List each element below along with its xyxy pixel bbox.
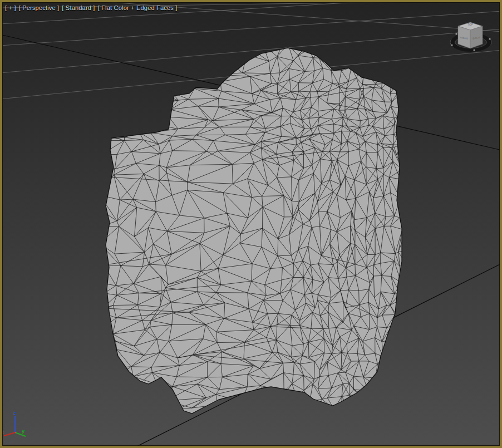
- y-axis-label: y: [22, 429, 24, 434]
- scene-canvas[interactable]: TOP RIGHT BACK z x y: [0, 0, 502, 448]
- viewport-standard-menu[interactable]: [ Standard ]: [62, 4, 95, 12]
- compass-tick-west-icon: [451, 44, 452, 46]
- compass-tick-south-icon: [473, 49, 475, 51]
- viewcube-top-face-label: TOP: [467, 23, 473, 26]
- compass-tick-north-icon: [455, 33, 457, 35]
- viewcube-cube-icon[interactable]: TOP RIGHT BACK: [458, 22, 483, 48]
- compass-tick-east-icon: [489, 38, 490, 40]
- z-axis-label: z: [13, 410, 16, 416]
- perspective-viewport[interactable]: TOP RIGHT BACK z x y [ + ] [ Perspective…: [0, 0, 502, 448]
- viewport-shading-menu[interactable]: [ Flat Color + Edged Faces ]: [98, 4, 178, 12]
- viewport-pov-menu[interactable]: [ Perspective ]: [19, 4, 60, 12]
- viewport-label-bar: [ + ] [ Perspective ] [ Standard ] [ Fla…: [5, 4, 178, 12]
- viewport-general-menu[interactable]: [ + ]: [5, 4, 16, 12]
- x-axis-label: x: [1, 430, 4, 435]
